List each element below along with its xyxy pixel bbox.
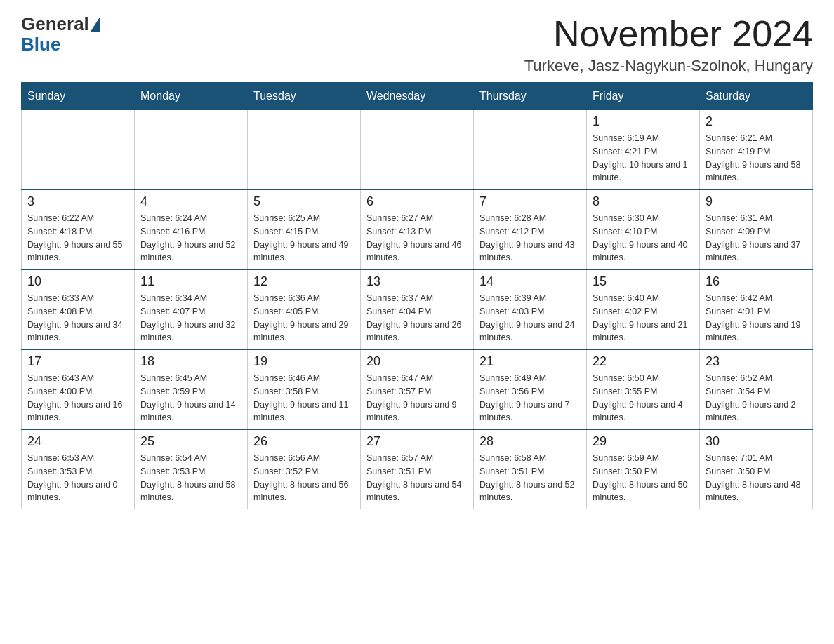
- day-info: Sunrise: 6:49 AMSunset: 3:56 PMDaylight:…: [479, 372, 581, 424]
- day-number: 27: [366, 434, 468, 449]
- calendar-cell: [361, 110, 474, 190]
- day-info: Sunrise: 6:50 AMSunset: 3:55 PMDaylight:…: [593, 372, 694, 424]
- day-number: 3: [27, 194, 128, 209]
- day-info: Sunrise: 6:42 AMSunset: 4:01 PMDaylight:…: [706, 292, 807, 344]
- day-number: 21: [479, 354, 581, 369]
- calendar-cell: [474, 110, 587, 190]
- day-info: Sunrise: 6:34 AMSunset: 4:07 PMDaylight:…: [140, 292, 241, 344]
- day-number: 12: [253, 274, 355, 289]
- calendar-cell: 16Sunrise: 6:42 AMSunset: 4:01 PMDayligh…: [700, 269, 813, 349]
- day-number: 23: [706, 354, 807, 369]
- logo-triangle-icon: [91, 16, 100, 32]
- day-number: 8: [593, 194, 694, 209]
- day-number: 1: [593, 114, 694, 129]
- day-number: 15: [593, 274, 694, 289]
- day-number: 7: [479, 194, 581, 209]
- day-number: 30: [706, 434, 807, 449]
- calendar-header: SundayMondayTuesdayWednesdayThursdayFrid…: [22, 83, 813, 110]
- day-info: Sunrise: 6:54 AMSunset: 3:53 PMDaylight:…: [140, 452, 241, 504]
- page-header: General Blue November 2024 Turkeve, Jasz…: [21, 14, 813, 75]
- day-info: Sunrise: 6:25 AMSunset: 4:15 PMDaylight:…: [253, 212, 355, 264]
- day-info: Sunrise: 6:40 AMSunset: 4:02 PMDaylight:…: [593, 292, 694, 344]
- day-info: Sunrise: 6:22 AMSunset: 4:18 PMDaylight:…: [27, 212, 128, 264]
- calendar-cell: 11Sunrise: 6:34 AMSunset: 4:07 PMDayligh…: [135, 269, 248, 349]
- day-number: 29: [593, 434, 694, 449]
- calendar-cell: 14Sunrise: 6:39 AMSunset: 4:03 PMDayligh…: [474, 269, 587, 349]
- calendar-cell: 6Sunrise: 6:27 AMSunset: 4:13 PMDaylight…: [361, 189, 474, 269]
- calendar-cell: 27Sunrise: 6:57 AMSunset: 3:51 PMDayligh…: [361, 429, 474, 509]
- day-number: 14: [479, 274, 581, 289]
- calendar-cell: 24Sunrise: 6:53 AMSunset: 3:53 PMDayligh…: [22, 429, 135, 509]
- day-info: Sunrise: 6:58 AMSunset: 3:51 PMDaylight:…: [479, 452, 581, 504]
- calendar-cell: 19Sunrise: 6:46 AMSunset: 3:58 PMDayligh…: [248, 349, 361, 429]
- day-info: Sunrise: 6:37 AMSunset: 4:04 PMDaylight:…: [366, 292, 468, 344]
- calendar-week-row: 24Sunrise: 6:53 AMSunset: 3:53 PMDayligh…: [22, 429, 813, 509]
- calendar-cell: [248, 110, 361, 190]
- calendar-cell: 8Sunrise: 6:30 AMSunset: 4:10 PMDaylight…: [587, 189, 700, 269]
- day-info: Sunrise: 6:56 AMSunset: 3:52 PMDaylight:…: [253, 452, 355, 504]
- calendar-cell: 26Sunrise: 6:56 AMSunset: 3:52 PMDayligh…: [248, 429, 361, 509]
- day-number: 13: [366, 274, 468, 289]
- day-number: 22: [593, 354, 694, 369]
- calendar-cell: 28Sunrise: 6:58 AMSunset: 3:51 PMDayligh…: [474, 429, 587, 509]
- weekday-header-row: SundayMondayTuesdayWednesdayThursdayFrid…: [22, 83, 813, 110]
- calendar-cell: 17Sunrise: 6:43 AMSunset: 4:00 PMDayligh…: [22, 349, 135, 429]
- day-number: 6: [366, 194, 468, 209]
- calendar-cell: 2Sunrise: 6:21 AMSunset: 4:19 PMDaylight…: [700, 110, 813, 190]
- logo: General Blue: [21, 14, 102, 54]
- day-number: 17: [27, 354, 128, 369]
- weekday-header-tuesday: Tuesday: [248, 83, 361, 110]
- day-number: 5: [253, 194, 355, 209]
- calendar-cell: 7Sunrise: 6:28 AMSunset: 4:12 PMDaylight…: [474, 189, 587, 269]
- day-info: Sunrise: 6:45 AMSunset: 3:59 PMDaylight:…: [140, 372, 241, 424]
- day-info: Sunrise: 6:36 AMSunset: 4:05 PMDaylight:…: [253, 292, 355, 344]
- calendar-cell: 3Sunrise: 6:22 AMSunset: 4:18 PMDaylight…: [22, 189, 135, 269]
- calendar-table: SundayMondayTuesdayWednesdayThursdayFrid…: [21, 82, 813, 509]
- day-info: Sunrise: 6:21 AMSunset: 4:19 PMDaylight:…: [706, 132, 807, 185]
- day-number: 18: [140, 354, 241, 369]
- day-info: Sunrise: 6:47 AMSunset: 3:57 PMDaylight:…: [366, 372, 468, 424]
- day-info: Sunrise: 6:31 AMSunset: 4:09 PMDaylight:…: [706, 212, 807, 264]
- day-number: 2: [706, 114, 807, 129]
- calendar-week-row: 3Sunrise: 6:22 AMSunset: 4:18 PMDaylight…: [22, 189, 813, 269]
- month-title: November 2024: [524, 14, 813, 54]
- day-number: 24: [27, 434, 128, 449]
- day-info: Sunrise: 6:24 AMSunset: 4:16 PMDaylight:…: [140, 212, 241, 264]
- calendar-cell: 4Sunrise: 6:24 AMSunset: 4:16 PMDaylight…: [135, 189, 248, 269]
- calendar-cell: 29Sunrise: 6:59 AMSunset: 3:50 PMDayligh…: [587, 429, 700, 509]
- day-number: 16: [706, 274, 807, 289]
- day-info: Sunrise: 6:53 AMSunset: 3:53 PMDaylight:…: [27, 452, 128, 504]
- day-info: Sunrise: 6:19 AMSunset: 4:21 PMDaylight:…: [593, 132, 694, 185]
- calendar-cell: 25Sunrise: 6:54 AMSunset: 3:53 PMDayligh…: [135, 429, 248, 509]
- day-number: 20: [366, 354, 468, 369]
- day-number: 25: [140, 434, 241, 449]
- day-info: Sunrise: 6:30 AMSunset: 4:10 PMDaylight:…: [593, 212, 694, 264]
- day-number: 10: [27, 274, 128, 289]
- day-number: 28: [479, 434, 581, 449]
- calendar-cell: 1Sunrise: 6:19 AMSunset: 4:21 PMDaylight…: [587, 110, 700, 190]
- calendar-cell: 21Sunrise: 6:49 AMSunset: 3:56 PMDayligh…: [474, 349, 587, 429]
- day-info: Sunrise: 6:52 AMSunset: 3:54 PMDaylight:…: [706, 372, 807, 424]
- calendar-cell: 22Sunrise: 6:50 AMSunset: 3:55 PMDayligh…: [587, 349, 700, 429]
- calendar-cell: 18Sunrise: 6:45 AMSunset: 3:59 PMDayligh…: [135, 349, 248, 429]
- weekday-header-friday: Friday: [587, 83, 700, 110]
- day-info: Sunrise: 7:01 AMSunset: 3:50 PMDaylight:…: [706, 452, 807, 504]
- calendar-week-row: 10Sunrise: 6:33 AMSunset: 4:08 PMDayligh…: [22, 269, 813, 349]
- day-number: 11: [140, 274, 241, 289]
- day-info: Sunrise: 6:59 AMSunset: 3:50 PMDaylight:…: [593, 452, 694, 504]
- calendar-cell: 9Sunrise: 6:31 AMSunset: 4:09 PMDaylight…: [700, 189, 813, 269]
- weekday-header-thursday: Thursday: [474, 83, 587, 110]
- logo-blue-text: Blue: [21, 34, 60, 55]
- day-info: Sunrise: 6:27 AMSunset: 4:13 PMDaylight:…: [366, 212, 468, 264]
- day-info: Sunrise: 6:57 AMSunset: 3:51 PMDaylight:…: [366, 452, 468, 504]
- calendar-cell: 20Sunrise: 6:47 AMSunset: 3:57 PMDayligh…: [361, 349, 474, 429]
- calendar-cell: 13Sunrise: 6:37 AMSunset: 4:04 PMDayligh…: [361, 269, 474, 349]
- day-number: 26: [253, 434, 355, 449]
- calendar-cell: [135, 110, 248, 190]
- calendar-cell: 10Sunrise: 6:33 AMSunset: 4:08 PMDayligh…: [22, 269, 135, 349]
- weekday-header-sunday: Sunday: [22, 83, 135, 110]
- calendar-body: 1Sunrise: 6:19 AMSunset: 4:21 PMDaylight…: [22, 110, 813, 509]
- day-info: Sunrise: 6:43 AMSunset: 4:00 PMDaylight:…: [27, 372, 128, 424]
- calendar-cell: 12Sunrise: 6:36 AMSunset: 4:05 PMDayligh…: [248, 269, 361, 349]
- calendar-cell: 15Sunrise: 6:40 AMSunset: 4:02 PMDayligh…: [587, 269, 700, 349]
